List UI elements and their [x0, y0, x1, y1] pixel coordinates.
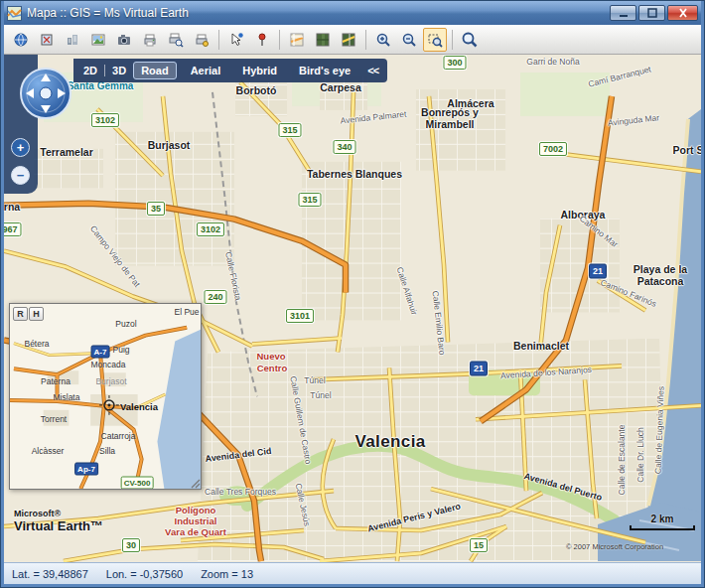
road-badge: 35: [147, 202, 165, 216]
zoom-box-icon: [427, 32, 443, 48]
road-badge: 240: [204, 290, 226, 304]
title-bar[interactable]: Mapa :: GIS = Ms Virtual Earth: [4, 1, 701, 25]
zoom-in-button[interactable]: [371, 28, 395, 52]
camera-icon: [116, 32, 132, 48]
road-badge: 3102: [197, 222, 224, 236]
hybrid-thumb-icon: [341, 32, 356, 48]
minimap-resize-grip[interactable]: [189, 477, 201, 489]
road-thumb-button[interactable]: [285, 28, 309, 52]
road-badge: 315: [298, 193, 321, 207]
minimap-hybrid-button[interactable]: H: [29, 307, 44, 321]
camera-button[interactable]: [112, 28, 136, 52]
zoom-in-icon: [375, 32, 391, 48]
virtual-earth-logo: Microsoft® Virtual Earth™: [14, 510, 103, 533]
zoom-out-button[interactable]: [397, 28, 421, 52]
minimap-label: Paterna: [41, 376, 70, 386]
overview-minimap[interactable]: R H Bétera Puzol Puig Moncada Burjasot P…: [9, 303, 202, 490]
app-icon: [7, 6, 22, 21]
zoom-box-button[interactable]: [423, 28, 447, 52]
logo-line2: Virtual Earth™: [14, 519, 103, 533]
print-setup-icon: [194, 32, 210, 48]
toolbar-separator: [365, 30, 366, 50]
minimap-label: Puzol: [115, 319, 136, 329]
minimap-road-badge: A-7: [91, 346, 110, 359]
tab-2d[interactable]: 2D: [82, 63, 98, 78]
info-pointer-icon: [228, 32, 244, 48]
status-latitude: Lat. = 39,48867: [12, 568, 88, 580]
road-badge: 340: [333, 140, 355, 154]
copyright-notice: © 2007 Microsoft Corporation: [566, 542, 663, 551]
road-badge: 15: [470, 538, 488, 552]
status-bar: Lat. = 39,48867 Lon. = -0,37560 Zoom = 1…: [4, 562, 701, 584]
minimap-label: Alcàsser: [32, 446, 65, 456]
map-zoom-in-button[interactable]: +: [11, 138, 30, 157]
scale-indicator: 2 km: [630, 514, 695, 530]
road-badge: 21: [589, 264, 607, 279]
window-title: Mapa :: GIS = Ms Virtual Earth: [27, 6, 605, 20]
maximize-icon: [644, 6, 660, 20]
hybrid-thumb-button[interactable]: [337, 28, 360, 52]
toolbar-separator: [279, 30, 280, 50]
toolbar: [4, 25, 701, 55]
tabbar-collapse-button[interactable]: <<: [367, 65, 378, 76]
map-zoom-out-button[interactable]: −: [11, 166, 30, 185]
close-button[interactable]: [667, 5, 698, 21]
close-icon: [675, 6, 691, 20]
tab-3d[interactable]: 3D: [111, 63, 127, 78]
road-badge: 3102: [91, 113, 119, 127]
pushpin-button[interactable]: [250, 28, 274, 52]
map-viewport: Santa Gemma Borbotó Carpesa Bonrepós y M…: [4, 55, 701, 562]
zoom-extent-icon: [39, 32, 55, 48]
picture-button[interactable]: [86, 28, 110, 52]
minimap-label: Bétera: [24, 339, 49, 349]
buildings-button[interactable]: [61, 28, 84, 52]
zoom-extent-button[interactable]: [35, 28, 59, 52]
minimap-canvas[interactable]: [10, 304, 201, 489]
status-longitude: Lon. = -0,37560: [106, 568, 183, 580]
maximize-button[interactable]: [638, 5, 665, 21]
print-preview-button[interactable]: [164, 28, 188, 52]
search-button[interactable]: [458, 28, 482, 52]
toolbar-separator: [218, 30, 219, 50]
status-zoom: Zoom = 13: [201, 568, 253, 580]
minimap-label: Mislata: [54, 392, 80, 402]
road-badge: 30: [122, 538, 140, 552]
minimap-label: Burjasot: [95, 376, 126, 386]
tab-hybrid[interactable]: Hybrid: [234, 62, 285, 79]
print-preview-icon: [168, 32, 184, 48]
zoom-out-icon: [401, 32, 417, 48]
print-setup-button[interactable]: [190, 28, 213, 52]
globe-button[interactable]: [9, 28, 33, 52]
tab-birds-eye[interactable]: Bird's eye: [291, 62, 358, 79]
window-controls: [610, 5, 698, 21]
minimap-label: Puig: [112, 345, 129, 355]
minimize-icon: [616, 6, 632, 20]
search-icon: [462, 32, 478, 48]
picture-icon: [90, 32, 106, 48]
scale-label: 2 km: [651, 514, 674, 524]
minimize-button[interactable]: [610, 5, 636, 21]
minimap-label: Catarroja: [101, 431, 136, 441]
road-badge: 7002: [539, 142, 567, 156]
printer-button[interactable]: [138, 28, 162, 52]
info-pointer-button[interactable]: [224, 28, 248, 52]
road-badge: 300: [443, 56, 466, 70]
tab-divider: [104, 65, 105, 76]
road-badge: 3101: [286, 309, 314, 323]
map-style-tabbar: 2D 3D Road Aerial Hybrid Bird's eye <<: [73, 59, 387, 82]
road-badge: 315: [278, 123, 301, 137]
road-badge: 967: [4, 222, 22, 236]
toolbar-separator: [452, 30, 453, 50]
compass-control[interactable]: [19, 67, 72, 120]
globe-icon: [13, 32, 29, 48]
aerial-thumb-button[interactable]: [311, 28, 335, 52]
buildings-icon: [65, 32, 80, 48]
tab-road[interactable]: Road: [133, 62, 177, 79]
minimap-label: Silla: [99, 446, 115, 456]
scale-bar: [630, 525, 695, 530]
minimap-label: Torrent: [41, 414, 67, 424]
tab-aerial[interactable]: Aerial: [183, 62, 229, 79]
minimap-label: Valencia: [120, 401, 158, 412]
app-window: Mapa :: GIS = Ms Virtual Earth: [0, 0, 705, 588]
minimap-road-button[interactable]: R: [13, 307, 28, 321]
